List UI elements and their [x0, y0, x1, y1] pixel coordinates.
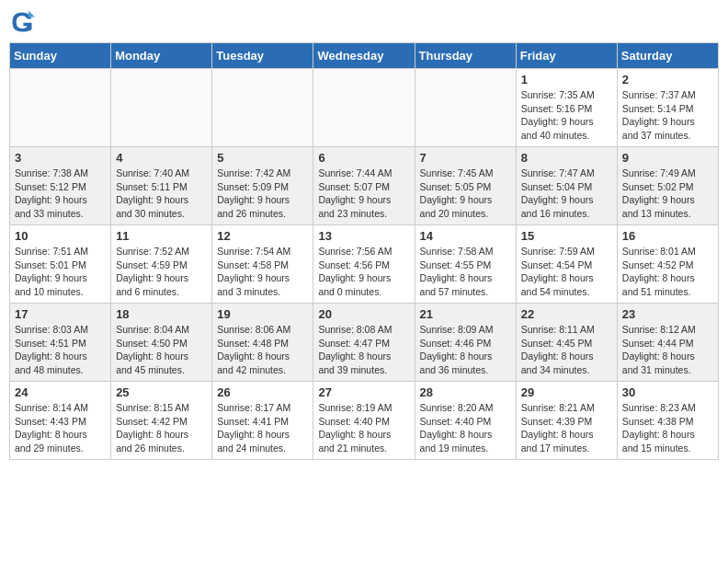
calendar-cell: 9Sunrise: 7:49 AM Sunset: 5:02 PM Daylig…: [617, 147, 718, 225]
day-number: 20: [318, 307, 409, 321]
day-number: 28: [420, 385, 511, 399]
day-header-monday: Monday: [111, 43, 212, 69]
calendar-cell: 4Sunrise: 7:40 AM Sunset: 5:11 PM Daylig…: [111, 147, 212, 225]
day-info: Sunrise: 8:19 AM Sunset: 4:40 PM Dayligh…: [318, 401, 409, 455]
day-info: Sunrise: 7:52 AM Sunset: 4:59 PM Dayligh…: [116, 245, 207, 299]
day-info: Sunrise: 8:06 AM Sunset: 4:48 PM Dayligh…: [217, 323, 308, 377]
calendar-cell: 23Sunrise: 8:12 AM Sunset: 4:44 PM Dayli…: [617, 304, 718, 382]
calendar-cell: 10Sunrise: 7:51 AM Sunset: 5:01 PM Dayli…: [10, 225, 111, 304]
calendar-cell: [111, 69, 212, 147]
calendar-cell: 5Sunrise: 7:42 AM Sunset: 5:09 PM Daylig…: [212, 147, 313, 225]
day-info: Sunrise: 8:14 AM Sunset: 4:43 PM Dayligh…: [15, 401, 106, 455]
calendar-cell: 14Sunrise: 7:58 AM Sunset: 4:55 PM Dayli…: [415, 225, 516, 304]
calendar-cell: [313, 69, 415, 147]
day-number: 16: [622, 229, 713, 243]
day-info: Sunrise: 7:49 AM Sunset: 5:02 PM Dayligh…: [622, 167, 713, 221]
calendar-cell: 15Sunrise: 7:59 AM Sunset: 4:54 PM Dayli…: [516, 225, 617, 304]
logo: [9, 9, 37, 35]
calendar-cell: 19Sunrise: 8:06 AM Sunset: 4:48 PM Dayli…: [212, 304, 313, 382]
day-info: Sunrise: 8:08 AM Sunset: 4:47 PM Dayligh…: [318, 323, 409, 377]
day-number: 26: [217, 385, 308, 399]
calendar-cell: 28Sunrise: 8:20 AM Sunset: 4:40 PM Dayli…: [415, 382, 516, 460]
day-number: 14: [420, 229, 511, 243]
day-info: Sunrise: 8:11 AM Sunset: 4:45 PM Dayligh…: [521, 323, 612, 377]
day-header-saturday: Saturday: [617, 43, 718, 69]
calendar-week-row: 3Sunrise: 7:38 AM Sunset: 5:12 PM Daylig…: [10, 147, 719, 225]
logo-icon: [9, 9, 35, 35]
calendar-cell: 27Sunrise: 8:19 AM Sunset: 4:40 PM Dayli…: [313, 382, 415, 460]
day-info: Sunrise: 7:38 AM Sunset: 5:12 PM Dayligh…: [15, 167, 106, 221]
calendar-cell: [212, 69, 313, 147]
day-header-wednesday: Wednesday: [313, 43, 415, 69]
day-number: 11: [116, 229, 207, 243]
calendar-cell: 2Sunrise: 7:37 AM Sunset: 5:14 PM Daylig…: [617, 69, 718, 147]
day-info: Sunrise: 7:56 AM Sunset: 4:56 PM Dayligh…: [318, 245, 409, 299]
day-number: 10: [15, 229, 106, 243]
calendar-cell: 16Sunrise: 8:01 AM Sunset: 4:52 PM Dayli…: [617, 225, 718, 304]
day-number: 13: [318, 229, 409, 243]
day-number: 23: [622, 307, 713, 321]
day-info: Sunrise: 8:04 AM Sunset: 4:50 PM Dayligh…: [116, 323, 207, 377]
day-info: Sunrise: 7:51 AM Sunset: 5:01 PM Dayligh…: [15, 245, 106, 299]
calendar-cell: 20Sunrise: 8:08 AM Sunset: 4:47 PM Dayli…: [313, 304, 415, 382]
calendar-table: SundayMondayTuesdayWednesdayThursdayFrid…: [9, 42, 719, 460]
day-info: Sunrise: 8:15 AM Sunset: 4:42 PM Dayligh…: [116, 401, 207, 455]
day-info: Sunrise: 7:58 AM Sunset: 4:55 PM Dayligh…: [420, 245, 511, 299]
calendar-cell: [415, 69, 516, 147]
day-info: Sunrise: 7:44 AM Sunset: 5:07 PM Dayligh…: [318, 167, 409, 221]
calendar-cell: 30Sunrise: 8:23 AM Sunset: 4:38 PM Dayli…: [617, 382, 718, 460]
calendar-cell: [10, 69, 111, 147]
calendar-cell: 25Sunrise: 8:15 AM Sunset: 4:42 PM Dayli…: [111, 382, 212, 460]
calendar-week-row: 1Sunrise: 7:35 AM Sunset: 5:16 PM Daylig…: [10, 69, 719, 147]
calendar-cell: 13Sunrise: 7:56 AM Sunset: 4:56 PM Dayli…: [313, 225, 415, 304]
day-info: Sunrise: 8:01 AM Sunset: 4:52 PM Dayligh…: [622, 245, 713, 299]
calendar-week-row: 17Sunrise: 8:03 AM Sunset: 4:51 PM Dayli…: [10, 304, 719, 382]
calendar-cell: 11Sunrise: 7:52 AM Sunset: 4:59 PM Dayli…: [111, 225, 212, 304]
calendar-cell: 8Sunrise: 7:47 AM Sunset: 5:04 PM Daylig…: [516, 147, 617, 225]
day-number: 6: [318, 151, 409, 165]
day-info: Sunrise: 7:45 AM Sunset: 5:05 PM Dayligh…: [420, 167, 511, 221]
day-number: 21: [420, 307, 511, 321]
day-number: 5: [217, 151, 308, 165]
calendar-cell: 24Sunrise: 8:14 AM Sunset: 4:43 PM Dayli…: [10, 382, 111, 460]
svg-marker-0: [28, 10, 35, 17]
day-number: 3: [15, 151, 106, 165]
header-area: [9, 9, 719, 35]
day-number: 2: [622, 73, 713, 86]
calendar-cell: 6Sunrise: 7:44 AM Sunset: 5:07 PM Daylig…: [313, 147, 415, 225]
day-info: Sunrise: 8:03 AM Sunset: 4:51 PM Dayligh…: [15, 323, 106, 377]
calendar-cell: 12Sunrise: 7:54 AM Sunset: 4:58 PM Dayli…: [212, 225, 313, 304]
calendar-week-row: 10Sunrise: 7:51 AM Sunset: 5:01 PM Dayli…: [10, 225, 719, 304]
day-info: Sunrise: 7:40 AM Sunset: 5:11 PM Dayligh…: [116, 167, 207, 221]
day-number: 7: [420, 151, 511, 165]
day-number: 12: [217, 229, 308, 243]
day-header-friday: Friday: [516, 43, 617, 69]
day-number: 17: [15, 307, 106, 321]
day-number: 15: [521, 229, 612, 243]
day-info: Sunrise: 8:21 AM Sunset: 4:39 PM Dayligh…: [521, 401, 612, 455]
day-info: Sunrise: 7:35 AM Sunset: 5:16 PM Dayligh…: [521, 88, 612, 143]
day-info: Sunrise: 8:23 AM Sunset: 4:38 PM Dayligh…: [622, 401, 713, 455]
day-header-tuesday: Tuesday: [212, 43, 313, 69]
day-info: Sunrise: 7:59 AM Sunset: 4:54 PM Dayligh…: [521, 245, 612, 299]
day-number: 25: [116, 385, 207, 399]
day-number: 22: [521, 307, 612, 321]
day-number: 27: [318, 385, 409, 399]
day-number: 9: [622, 151, 713, 165]
day-info: Sunrise: 8:12 AM Sunset: 4:44 PM Dayligh…: [622, 323, 713, 377]
calendar-cell: 29Sunrise: 8:21 AM Sunset: 4:39 PM Dayli…: [516, 382, 617, 460]
day-info: Sunrise: 7:54 AM Sunset: 4:58 PM Dayligh…: [217, 245, 308, 299]
day-header-sunday: Sunday: [10, 43, 111, 69]
calendar-cell: 18Sunrise: 8:04 AM Sunset: 4:50 PM Dayli…: [111, 304, 212, 382]
calendar-week-row: 24Sunrise: 8:14 AM Sunset: 4:43 PM Dayli…: [10, 382, 719, 460]
calendar-cell: 22Sunrise: 8:11 AM Sunset: 4:45 PM Dayli…: [516, 304, 617, 382]
day-info: Sunrise: 8:17 AM Sunset: 4:41 PM Dayligh…: [217, 401, 308, 455]
day-info: Sunrise: 7:37 AM Sunset: 5:14 PM Dayligh…: [622, 88, 713, 143]
day-number: 24: [15, 385, 106, 399]
day-info: Sunrise: 8:20 AM Sunset: 4:40 PM Dayligh…: [420, 401, 511, 455]
day-number: 8: [521, 151, 612, 165]
day-header-thursday: Thursday: [415, 43, 516, 69]
calendar-cell: 1Sunrise: 7:35 AM Sunset: 5:16 PM Daylig…: [516, 69, 617, 147]
calendar-cell: 26Sunrise: 8:17 AM Sunset: 4:41 PM Dayli…: [212, 382, 313, 460]
day-number: 18: [116, 307, 207, 321]
